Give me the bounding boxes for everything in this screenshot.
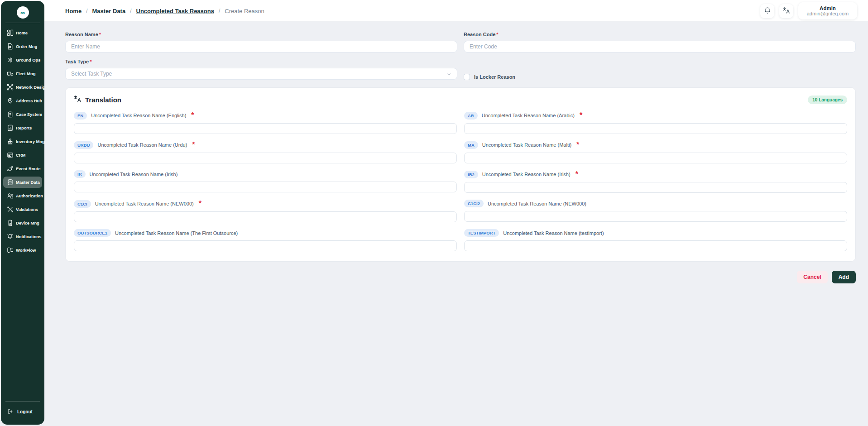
sidebar-item-workflow[interactable]: WorkFlow <box>3 244 42 256</box>
sidebar-item-home[interactable]: Home <box>3 27 42 38</box>
breadcrumb-uncompleted-task-reasons[interactable]: Uncompleted Task Reasons <box>136 8 214 14</box>
user-menu[interactable]: Admin admin@gnteq.com <box>798 2 857 19</box>
header-actions: Admin admin@gnteq.com <box>760 0 857 22</box>
network-design-icon <box>7 84 14 91</box>
is-locker-reason-checkbox[interactable] <box>464 74 470 80</box>
sidebar-item-device-mng[interactable]: Device Mng <box>3 217 42 229</box>
user-email: admin@gnteq.com <box>807 11 849 16</box>
translation-field-label: Uncompleted Task Reason Name (Irish) <box>482 172 571 177</box>
add-button[interactable]: Add <box>832 271 856 283</box>
translation-field-label: Uncompleted Task Reason Name (testimport… <box>503 230 604 236</box>
required-marker: * <box>576 141 579 149</box>
reason-name-input[interactable] <box>65 41 457 53</box>
sidebar-item-fleet-mng[interactable]: Fleet Mng <box>3 68 42 79</box>
language-code-badge: IR2 <box>464 171 478 178</box>
required-marker: * <box>90 59 91 64</box>
sidebar-item-reports[interactable]: Reports <box>3 122 42 134</box>
task-type-placeholder: Select Task Type <box>71 71 112 77</box>
translation-field-label: Uncompleted Task Reason Name (English) <box>91 113 186 118</box>
notifications-button[interactable] <box>760 4 774 18</box>
translation-input-ma[interactable] <box>464 153 847 163</box>
notifications-icon <box>7 233 14 240</box>
language-code-badge: URDU <box>74 141 93 149</box>
breadcrumb-home[interactable]: Home <box>65 8 82 14</box>
chevron-down-icon <box>446 71 452 77</box>
required-marker: * <box>575 170 578 178</box>
translation-card: Translation 10 Languages EN Uncompleted … <box>65 87 856 262</box>
languages-count-badge: 10 Languages <box>808 96 847 104</box>
validations-icon <box>7 206 14 213</box>
is-locker-reason-group: Is Locker Reason <box>464 74 856 80</box>
required-marker: * <box>99 32 101 37</box>
fleet-mng-icon <box>7 70 14 77</box>
language-code-badge: IR <box>74 170 86 178</box>
logout-icon <box>7 408 14 415</box>
reports-icon <box>7 124 14 131</box>
breadcrumb: Home/Master Data/Uncompleted Task Reason… <box>65 0 264 22</box>
translation-field-label: Uncompleted Task Reason Name (Irish) <box>90 172 178 177</box>
breadcrumb-master-data[interactable]: Master Data <box>92 8 125 14</box>
sidebar-item-case-system[interactable]: Case System <box>3 109 42 120</box>
sidebar-item-ground-ops[interactable]: Ground Ops <box>3 54 42 66</box>
translation-input-ir2[interactable] <box>464 182 847 193</box>
form-actions: Cancel Add <box>65 271 856 283</box>
sidebar-item-network-design[interactable]: Network Design <box>3 81 42 93</box>
translation-field: IR2 Uncompleted Task Reason Name (Irish)… <box>464 170 847 193</box>
translation-field-label: Uncompleted Task Reason Name (Arabic) <box>482 113 575 118</box>
translation-input-c1ci[interactable] <box>74 211 457 222</box>
reason-name-group: Reason Name* <box>65 32 457 53</box>
sidebar-item-address-hub[interactable]: Address Hub <box>3 95 42 106</box>
translation-input-ir[interactable] <box>74 182 457 192</box>
translation-input-ar[interactable] <box>464 123 847 134</box>
sidebar: ∞ Home Order Mng Ground Ops Fleet Mng Ne… <box>1 1 44 425</box>
breadcrumb-separator: / <box>130 8 131 14</box>
translation-field: EN Uncompleted Task Reason Name (English… <box>74 111 457 134</box>
translation-input-c1ci2[interactable] <box>464 211 847 222</box>
task-type-select[interactable]: Select Task Type <box>65 68 457 80</box>
home-icon <box>7 29 14 36</box>
sidebar-item-inventory-mng[interactable]: Inventory Mng <box>3 136 42 147</box>
breadcrumb-separator: / <box>86 8 87 14</box>
translation-input-en[interactable] <box>74 123 457 134</box>
breadcrumb-separator: / <box>219 8 220 14</box>
ground-ops-icon <box>7 57 14 63</box>
translation-input-urdu[interactable] <box>74 153 457 163</box>
task-type-label: Task Type <box>65 59 89 64</box>
reason-code-input[interactable] <box>464 41 856 53</box>
task-type-group: Task Type* Select Task Type <box>65 59 457 80</box>
cancel-button[interactable]: Cancel <box>797 271 827 283</box>
sidebar-item-crm[interactable]: CRM <box>3 149 42 161</box>
translation-title: Translation <box>85 96 121 104</box>
reason-code-label: Reason Code <box>464 32 495 37</box>
logout-label: Logout <box>17 409 33 414</box>
sidebar-item-validations[interactable]: Validations <box>3 204 42 215</box>
reason-code-group: Reason Code* <box>464 32 856 53</box>
sidebar-item-order-mng[interactable]: Order Mng <box>3 41 42 52</box>
language-code-badge: EN <box>74 112 87 120</box>
sidebar-item-event-route[interactable]: Event Route <box>3 163 42 174</box>
translation-field: TESTIMPORT Uncompleted Task Reason Name … <box>464 229 847 251</box>
order-mng-icon <box>7 43 14 50</box>
sidebar-item-master-data[interactable]: Master Data <box>3 177 42 188</box>
sidebar-item-authorization[interactable]: Authorization <box>3 190 42 201</box>
app-logo[interactable]: ∞ <box>17 6 29 19</box>
translate-icon <box>783 7 790 15</box>
sidebar-item-notifications[interactable]: Notifications <box>3 231 42 242</box>
event-route-icon <box>7 165 14 172</box>
required-marker: * <box>192 141 195 149</box>
translation-field: OUTSOURCE1 Uncompleted Task Reason Name … <box>74 229 457 251</box>
translation-input-outsource1[interactable] <box>74 240 457 251</box>
inventory-mng-icon <box>7 138 14 145</box>
translation-grid: EN Uncompleted Task Reason Name (English… <box>74 111 847 251</box>
authorization-icon <box>7 192 14 199</box>
crm-icon <box>7 152 14 158</box>
address-hub-icon <box>7 97 14 104</box>
language-code-badge: OUTSOURCE1 <box>74 229 111 237</box>
language-toggle-button[interactable] <box>779 4 793 18</box>
translation-input-testimport[interactable] <box>464 240 847 251</box>
logo-infinity-icon: ∞ <box>20 9 25 16</box>
translation-field: C1CI2 Uncompleted Task Reason Name (NEW0… <box>464 200 847 222</box>
user-name: Admin <box>820 5 836 11</box>
logout-button[interactable]: Logout <box>3 406 34 417</box>
language-code-badge: C1CI <box>74 200 91 208</box>
